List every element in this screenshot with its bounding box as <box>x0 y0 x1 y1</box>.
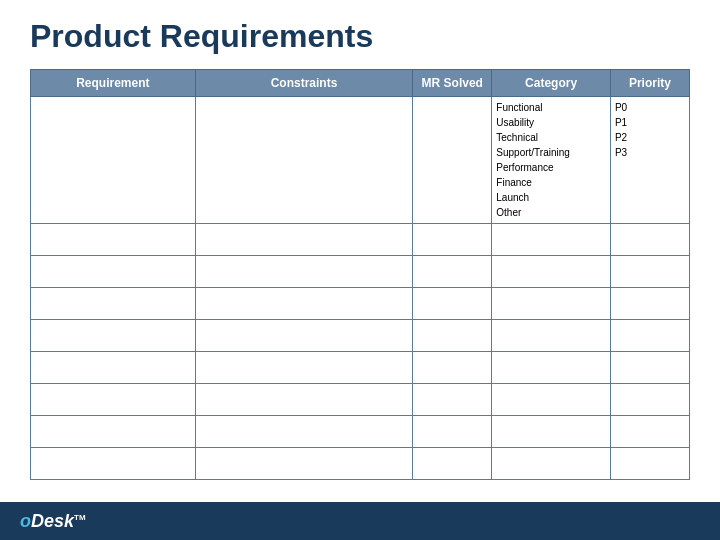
table-row <box>31 224 690 256</box>
priority-p1: P1 <box>615 115 685 130</box>
category-usability: Usability <box>496 115 606 130</box>
cell-constraints <box>195 288 412 320</box>
cell-requirement <box>31 448 196 480</box>
cell-constraints <box>195 256 412 288</box>
cell-requirement <box>31 352 196 384</box>
cell-category <box>492 224 611 256</box>
category-finance: Finance <box>496 175 606 190</box>
cell-priority <box>610 448 689 480</box>
cell-category <box>492 256 611 288</box>
cell-mr <box>413 256 492 288</box>
table-row <box>31 416 690 448</box>
cell-mr <box>413 448 492 480</box>
priority-p3: P3 <box>615 145 685 160</box>
cell-requirement <box>31 224 196 256</box>
table-row: Functional Usability Technical Support/T… <box>31 97 690 224</box>
cell-constraints <box>195 97 412 224</box>
cell-priority <box>610 224 689 256</box>
cell-priority <box>610 320 689 352</box>
table-row <box>31 288 690 320</box>
cell-mr <box>413 97 492 224</box>
priority-p0: P0 <box>615 100 685 115</box>
logo-tm: TM <box>74 513 86 522</box>
cell-priority-list: P0 P1 P2 P3 <box>610 97 689 224</box>
cell-priority <box>610 352 689 384</box>
cell-requirement <box>31 288 196 320</box>
header-priority: Priority <box>610 70 689 97</box>
table-row <box>31 448 690 480</box>
priority-p2: P2 <box>615 130 685 145</box>
cell-constraints <box>195 352 412 384</box>
cell-category <box>492 384 611 416</box>
header-constraints: Constraints <box>195 70 412 97</box>
page-title: Product Requirements <box>0 0 720 65</box>
category-performance: Performance <box>496 160 606 175</box>
cell-constraints <box>195 448 412 480</box>
cell-requirement <box>31 416 196 448</box>
cell-mr <box>413 224 492 256</box>
footer-bar: oDeskTM <box>0 502 720 540</box>
category-support: Support/Training <box>496 145 606 160</box>
cell-mr <box>413 384 492 416</box>
cell-constraints <box>195 320 412 352</box>
cell-mr <box>413 352 492 384</box>
logo: oDeskTM <box>20 511 86 532</box>
category-technical: Technical <box>496 130 606 145</box>
table-row <box>31 256 690 288</box>
logo-desk: Desk <box>31 511 74 531</box>
logo-o: o <box>20 511 31 531</box>
table-row <box>31 320 690 352</box>
cell-constraints <box>195 416 412 448</box>
table-header-row: Requirement Constraints MR Solved Catego… <box>31 70 690 97</box>
cell-priority <box>610 288 689 320</box>
requirements-table: Requirement Constraints MR Solved Catego… <box>30 69 690 480</box>
cell-priority <box>610 384 689 416</box>
header-category: Category <box>492 70 611 97</box>
cell-category <box>492 320 611 352</box>
header-requirement: Requirement <box>31 70 196 97</box>
cell-constraints <box>195 384 412 416</box>
cell-category <box>492 448 611 480</box>
cell-category <box>492 416 611 448</box>
cell-category-list: Functional Usability Technical Support/T… <box>492 97 611 224</box>
cell-constraints <box>195 224 412 256</box>
category-functional: Functional <box>496 100 606 115</box>
cell-requirement <box>31 97 196 224</box>
cell-mr <box>413 288 492 320</box>
cell-category <box>492 288 611 320</box>
category-other: Other <box>496 205 606 220</box>
cell-mr <box>413 416 492 448</box>
table-row <box>31 352 690 384</box>
cell-requirement <box>31 320 196 352</box>
header-mr-solved: MR Solved <box>413 70 492 97</box>
requirements-table-wrapper: Requirement Constraints MR Solved Catego… <box>0 69 720 480</box>
table-row <box>31 384 690 416</box>
cell-requirement <box>31 256 196 288</box>
cell-requirement <box>31 384 196 416</box>
cell-category <box>492 352 611 384</box>
cell-priority <box>610 256 689 288</box>
cell-mr <box>413 320 492 352</box>
category-launch: Launch <box>496 190 606 205</box>
cell-priority <box>610 416 689 448</box>
